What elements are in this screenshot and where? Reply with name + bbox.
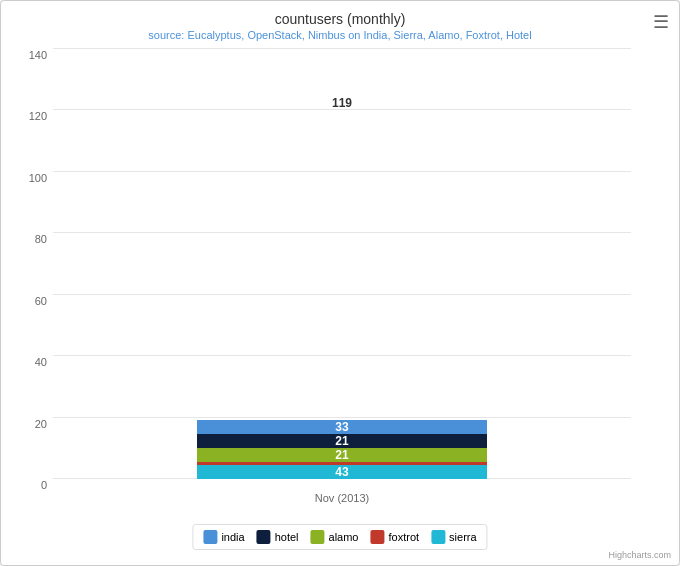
- bar-hotel: 21: [197, 434, 487, 448]
- y-tick-140: 140: [29, 49, 47, 61]
- y-tick-100: 100: [29, 172, 47, 184]
- legend-color-hotel: [257, 530, 271, 544]
- grid-line-140: [53, 48, 631, 49]
- bar-sierra: 43: [197, 465, 487, 479]
- highcharts-label: Highcharts.com: [608, 550, 671, 560]
- grid-line-20: [53, 417, 631, 418]
- bar-alamo-label: 21: [335, 448, 348, 462]
- y-tick-80: 80: [35, 233, 47, 245]
- y-tick-40: 40: [35, 356, 47, 368]
- chart-source: source: Eucalyptus, OpenStack, Nimbus on…: [1, 29, 679, 41]
- bar-foxtrot: [197, 462, 487, 465]
- bar-hotel-label: 21: [335, 434, 348, 448]
- legend-label-hotel: hotel: [275, 531, 299, 543]
- bar-sierra-label: 43: [335, 465, 348, 479]
- legend-color-india: [203, 530, 217, 544]
- chart-container: ☰ countusers (monthly) source: Eucalyptu…: [0, 0, 680, 566]
- legend: india hotel alamo foxtrot sierra: [192, 524, 487, 550]
- legend-item-sierra[interactable]: sierra: [431, 530, 477, 544]
- legend-color-foxtrot: [370, 530, 384, 544]
- bar-alamo: 21: [197, 448, 487, 462]
- chart-plot: 140 120 100 80 60 40 20 0: [53, 49, 631, 479]
- legend-color-alamo: [311, 530, 325, 544]
- legend-item-india[interactable]: india: [203, 530, 244, 544]
- grid-line-60: [53, 294, 631, 295]
- legend-color-sierra: [431, 530, 445, 544]
- legend-item-alamo[interactable]: alamo: [311, 530, 359, 544]
- x-axis-label: Nov (2013): [315, 492, 369, 504]
- legend-label-foxtrot: foxtrot: [388, 531, 419, 543]
- y-tick-20: 20: [35, 418, 47, 430]
- legend-label-sierra: sierra: [449, 531, 477, 543]
- legend-item-foxtrot[interactable]: foxtrot: [370, 530, 419, 544]
- grid-line-100: [53, 171, 631, 172]
- y-axis: 140 120 100 80 60 40 20 0: [5, 49, 49, 479]
- bar-india: 33: [197, 420, 487, 434]
- bar-india-label: 33: [335, 420, 348, 434]
- menu-icon[interactable]: ☰: [653, 11, 669, 33]
- y-tick-60: 60: [35, 295, 47, 307]
- legend-label-alamo: alamo: [329, 531, 359, 543]
- legend-label-india: india: [221, 531, 244, 543]
- grid-line-40: [53, 355, 631, 356]
- legend-item-hotel[interactable]: hotel: [257, 530, 299, 544]
- total-label: 119: [332, 96, 352, 110]
- y-tick-120: 120: [29, 110, 47, 122]
- grid-line-120: [53, 109, 631, 110]
- y-tick-0: 0: [41, 479, 47, 491]
- grid-line-80: [53, 232, 631, 233]
- grid-container: [53, 49, 631, 479]
- stacked-bar: 43 21 21 33: [197, 420, 487, 479]
- chart-title: countusers (monthly): [1, 11, 679, 27]
